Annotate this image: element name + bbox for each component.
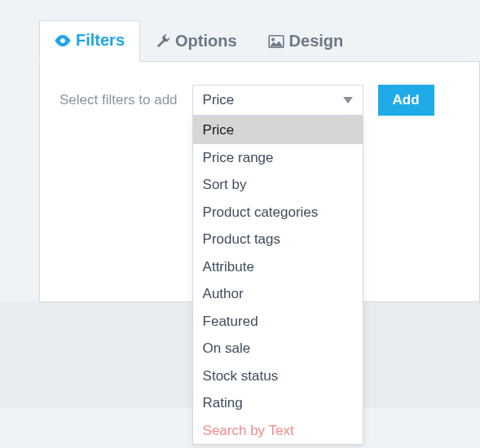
filter-option[interactable]: Product tags [193,226,363,253]
eye-icon [55,35,71,46]
tab-label: Options [175,32,237,51]
image-icon [268,35,284,48]
filter-option[interactable]: Featured [193,308,363,336]
filter-option[interactable]: Product categories [193,199,363,226]
tabs-bar: Filters Options Design [39,20,480,62]
filter-dropdown: Price Price range Sort by Product catego… [192,116,363,445]
svg-point-1 [271,38,274,41]
select-filters-row: Select filters to add Price Price Price … [59,85,460,116]
filter-option[interactable]: Attribute [193,253,363,281]
filter-select-value: Price [203,92,235,108]
filter-select-wrap: Price Price Price range Sort by Product … [192,85,363,116]
tab-design[interactable]: Design [253,21,359,62]
filter-option[interactable]: Search by Text [193,417,363,445]
tab-options[interactable]: Options [140,21,253,62]
wrench-icon [156,34,170,49]
filter-select[interactable]: Price [192,85,363,116]
filter-option[interactable]: Author [193,280,363,308]
select-filters-label: Select filters to add [59,92,178,108]
filters-panel: Select filters to add Price Price Price … [39,62,480,302]
filter-option[interactable]: On sale [193,335,363,362]
page-root: Filters Options Design Select filters to… [0,0,480,408]
filter-option[interactable]: Rating [193,389,363,417]
chevron-down-icon [343,97,353,103]
add-button[interactable]: Add [378,85,434,116]
tab-label: Design [289,32,344,51]
filter-option[interactable]: Stock status [193,362,363,390]
tab-label: Filters [76,31,125,50]
tab-filters[interactable]: Filters [39,20,140,62]
filter-option[interactable]: Sort by [193,171,363,199]
filter-option[interactable]: Price [193,116,363,144]
filter-option[interactable]: Price range [193,144,363,172]
